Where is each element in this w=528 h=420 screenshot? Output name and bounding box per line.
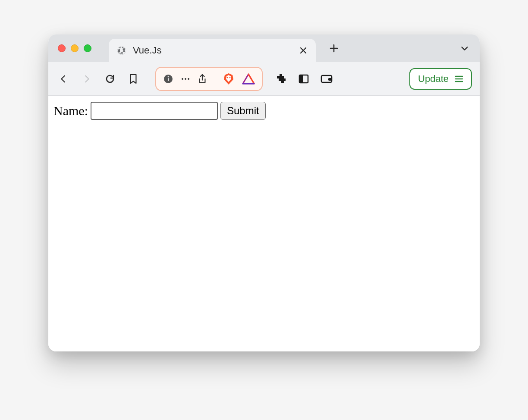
divider bbox=[215, 72, 215, 85]
menu-icon bbox=[455, 75, 463, 83]
svg-point-3 bbox=[168, 76, 169, 77]
update-button-label: Update bbox=[418, 73, 449, 85]
svg-point-7 bbox=[227, 77, 228, 78]
svg-point-4 bbox=[182, 78, 183, 80]
site-info-icon[interactable] bbox=[163, 74, 173, 84]
more-icon[interactable] bbox=[181, 77, 190, 81]
window-maximize-button[interactable] bbox=[84, 44, 91, 52]
update-button[interactable]: Update bbox=[409, 68, 472, 90]
page-content: Name: Submit bbox=[48, 96, 480, 351]
submit-button[interactable]: Submit bbox=[220, 102, 266, 120]
new-tab-button[interactable] bbox=[329, 43, 339, 53]
sidebar-icon[interactable] bbox=[298, 73, 309, 85]
name-label: Name: bbox=[53, 103, 88, 118]
browser-tab[interactable]: Vue.Js bbox=[109, 39, 316, 62]
window-minimize-button[interactable] bbox=[71, 44, 79, 52]
name-form: Name: Submit bbox=[53, 102, 475, 120]
svg-rect-12 bbox=[328, 78, 332, 81]
extensions-icon[interactable] bbox=[275, 73, 287, 85]
toolbar-right bbox=[275, 73, 333, 85]
bookmark-button[interactable] bbox=[126, 72, 141, 86]
wallet-icon[interactable] bbox=[321, 74, 333, 84]
tabs-dropdown-button[interactable] bbox=[460, 44, 469, 53]
brave-lion-icon[interactable] bbox=[223, 72, 234, 85]
browser-window: Vue.Js bbox=[48, 34, 480, 351]
svg-point-5 bbox=[185, 78, 186, 80]
name-input[interactable] bbox=[91, 102, 218, 120]
svg-point-8 bbox=[229, 77, 231, 78]
window-close-button[interactable] bbox=[58, 44, 66, 52]
svg-rect-10 bbox=[299, 75, 303, 83]
forward-button[interactable] bbox=[79, 72, 94, 86]
reload-button[interactable] bbox=[103, 72, 117, 86]
tab-strip-right bbox=[329, 43, 469, 53]
address-bar-group bbox=[155, 67, 263, 91]
browser-toolbar: Update bbox=[48, 62, 480, 96]
svg-point-6 bbox=[188, 78, 189, 80]
traffic-lights bbox=[58, 44, 91, 52]
titlebar: Vue.Js bbox=[48, 34, 480, 62]
svg-rect-2 bbox=[168, 78, 169, 81]
globe-icon bbox=[116, 45, 127, 56]
tab-title: Vue.Js bbox=[133, 45, 292, 56]
tab-close-button[interactable] bbox=[298, 45, 309, 56]
bat-triangle-icon[interactable] bbox=[242, 73, 255, 85]
share-icon[interactable] bbox=[198, 73, 207, 85]
back-button[interactable] bbox=[56, 72, 71, 86]
